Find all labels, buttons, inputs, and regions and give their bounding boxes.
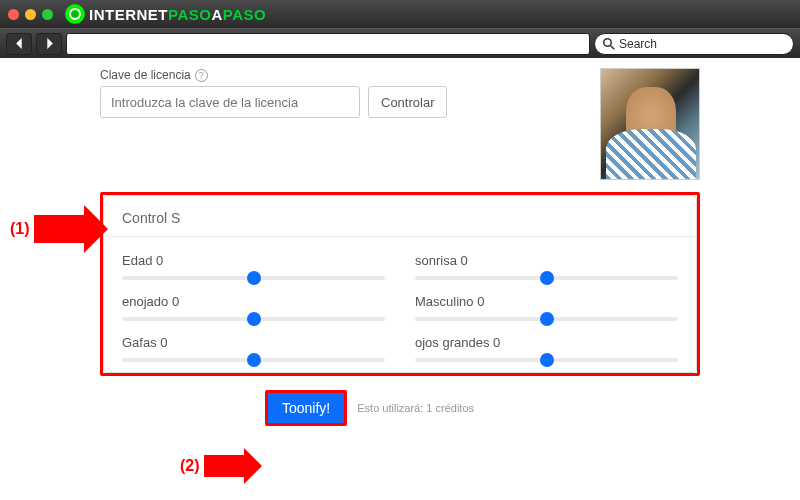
slider-label: enojado 0 bbox=[122, 294, 385, 309]
credits-text: Esto utilizará: 1 créditos bbox=[357, 402, 474, 414]
controls-panel-highlight: Control S Edad 0sonrisa 0enojado 0Mascul… bbox=[100, 192, 700, 376]
maximize-window-icon[interactable] bbox=[42, 9, 53, 20]
slider-label: Masculino 0 bbox=[415, 294, 678, 309]
slider-track[interactable] bbox=[415, 276, 678, 280]
slider-track[interactable] bbox=[415, 358, 678, 362]
site-logo: INTERNETPASOAPASO bbox=[65, 4, 266, 24]
logo-part-3: A bbox=[211, 6, 222, 23]
annotation-arrow-1: (1) bbox=[10, 215, 84, 243]
license-label: Clave de licencia ? bbox=[100, 68, 592, 82]
search-icon bbox=[603, 38, 615, 50]
slider-edad: Edad 0 bbox=[122, 253, 385, 280]
annotation-label-1: (1) bbox=[10, 220, 30, 238]
annotation-arrow-2: (2) bbox=[180, 455, 244, 477]
slider-masculino: Masculino 0 bbox=[415, 294, 678, 321]
browser-titlebar: INTERNETPASOAPASO bbox=[0, 0, 800, 28]
slider-label: Gafas 0 bbox=[122, 335, 385, 350]
nav-forward-button[interactable] bbox=[36, 33, 62, 55]
license-input[interactable] bbox=[100, 86, 360, 118]
control-button[interactable]: Controlar bbox=[368, 86, 447, 118]
slider-ojos-grandes: ojos grandes 0 bbox=[415, 335, 678, 362]
logo-text: INTERNETPASOAPASO bbox=[89, 6, 266, 23]
license-section: Clave de licencia ? Controlar bbox=[100, 68, 700, 180]
svg-point-0 bbox=[604, 38, 612, 46]
slider-thumb[interactable] bbox=[540, 271, 554, 285]
page-content: Clave de licencia ? Controlar Control S … bbox=[0, 58, 800, 500]
logo-part-4: PASO bbox=[223, 6, 266, 23]
slider-thumb[interactable] bbox=[540, 312, 554, 326]
logo-icon bbox=[65, 4, 85, 24]
slider-track[interactable] bbox=[122, 317, 385, 321]
slider-label: Edad 0 bbox=[122, 253, 385, 268]
search-placeholder: Search bbox=[619, 37, 657, 51]
preview-image bbox=[600, 68, 700, 180]
logo-part-2: PASO bbox=[168, 6, 211, 23]
arrow-icon bbox=[34, 215, 84, 243]
nav-back-button[interactable] bbox=[6, 33, 32, 55]
logo-part-1: INTERNET bbox=[89, 6, 168, 23]
panel-title: Control S bbox=[104, 196, 696, 237]
controls-panel: Control S Edad 0sonrisa 0enojado 0Mascul… bbox=[103, 195, 697, 373]
slider-track[interactable] bbox=[122, 358, 385, 362]
slider-enojado: enojado 0 bbox=[122, 294, 385, 321]
search-box[interactable]: Search bbox=[594, 33, 794, 55]
slider-label: ojos grandes 0 bbox=[415, 335, 678, 350]
slider-thumb[interactable] bbox=[247, 312, 261, 326]
minimize-window-icon[interactable] bbox=[25, 9, 36, 20]
svg-line-1 bbox=[611, 45, 615, 49]
slider-thumb[interactable] bbox=[247, 353, 261, 367]
slider-grid: Edad 0sonrisa 0enojado 0Masculino 0Gafas… bbox=[122, 253, 678, 362]
slider-label: sonrisa 0 bbox=[415, 253, 678, 268]
browser-toolbar: Search bbox=[0, 28, 800, 58]
slider-thumb[interactable] bbox=[540, 353, 554, 367]
toonify-button[interactable]: Toonify! bbox=[265, 390, 347, 426]
annotation-label-2: (2) bbox=[180, 457, 200, 475]
window-controls bbox=[8, 9, 53, 20]
arrow-icon bbox=[204, 455, 244, 477]
slider-thumb[interactable] bbox=[247, 271, 261, 285]
url-bar[interactable] bbox=[66, 33, 590, 55]
slider-track[interactable] bbox=[415, 317, 678, 321]
slider-gafas: Gafas 0 bbox=[122, 335, 385, 362]
slider-track[interactable] bbox=[122, 276, 385, 280]
info-icon[interactable]: ? bbox=[195, 69, 208, 82]
slider-sonrisa: sonrisa 0 bbox=[415, 253, 678, 280]
close-window-icon[interactable] bbox=[8, 9, 19, 20]
action-row: Toonify! Esto utilizará: 1 créditos bbox=[265, 390, 700, 426]
